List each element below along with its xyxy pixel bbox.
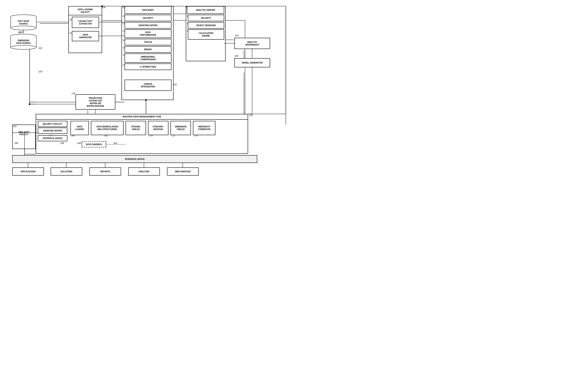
data-manipulation: DATA MANIPULATIONAND STRUCTURING [91,121,124,135]
data-harvester: DATAHARVESTER [72,31,99,41]
object-manager: OBJECT MANAGER [188,22,224,29]
granting-matrix-dm: GRANTING MATRIX [125,22,171,29]
ref-104: 104 [38,70,42,73]
security-facility: SECURITY FACILITY [38,121,67,127]
hierarchy-formation: HIERARCHYFORMATION [193,121,215,135]
reports: REPORTS [89,168,121,176]
web-services: WEB SERVICES [167,168,199,176]
interface-api-ui-bottom: INTERFACE (API/UI) [12,155,257,163]
svg-point-57 [29,103,30,105]
census-integration: CENSUSINTEGRATION [125,80,171,91]
similarity-facility-label: SIMILARITYFACILITY [13,128,35,138]
dimensional-compression: DIMENSIONALCOMPRESSION [125,53,171,63]
ref-164: 164 [113,142,117,144]
analytic-workbench: ANALYTICWORKBENCH [234,38,270,49]
data-mart: DATA MART [125,6,171,14]
data-loader: DATALOADER [70,121,89,135]
data-sandbox: DATA SANDBOX [82,141,106,148]
solutions: SOLUTIONS [51,168,82,176]
security-as: SECURITY [188,15,224,21]
ref-158: 158 [60,142,64,144]
data-loading-facility: DATA LOADINGFACILITY [68,6,102,15]
calculation-engine: CALCULATIONENGINE [188,29,224,40]
dimension-data-source-label: DIMENSIONDATA SOURCE [16,39,31,44]
ref-178: 178 [71,92,75,95]
fact-data-source: FACT DATASOURCE [10,14,37,31]
connector-key [23,30,23,33]
ref-148: 148 [234,55,238,57]
svg-point-28 [11,45,36,49]
ref-152: 152 [13,125,17,128]
model-generator: MODEL GENERATOR [234,58,270,67]
security-dm: SECURITY [125,15,171,21]
causal-fact-extractor: CAUSAL FACTEXTRACTOR [72,17,99,28]
synchronization: SYNCHRO-NIZATION [148,121,168,135]
granting-matrix-mdm: GRANTING MATRIX [38,128,67,134]
dimension-tables: DIMENSIONTABLES [170,121,191,135]
tuples: TUPLES [125,39,171,45]
binary: BINARY [125,46,171,53]
ref-102: 102 [38,47,42,49]
interface-api-ui-mdm: INTERFACE (API/UI) [38,135,67,141]
staging-tables: STAGINGTABLES [126,121,146,135]
key-label: KEY [18,31,23,34]
master-data-mgmt-hub: MASTER DATA MANAGEMENT HUB [36,114,248,120]
ref-132: 132 [173,83,177,86]
ref-150: 150 [249,114,253,116]
diagram: 100 ↘ FACT DATASOURCE KEY DIMENSIONDATA … [0,0,294,192]
analytic-server: ANALYTIC SERVER [187,6,224,14]
ref-180: 180 [14,142,18,144]
fact-data-source-label: FACT DATASOURCE [18,20,29,25]
ref-144: 144 [235,34,238,37]
applications: APPLICATIONS [12,168,44,176]
svg-point-23 [11,26,36,30]
analyses: ANALYSES [128,168,160,176]
projection-extractor: PROJECTIONEXTRACTORMATRIX DBMATRIX BUILD… [76,94,115,110]
dimension-data-source: DIMENSIONDATA SOURCE [10,34,37,50]
data-perturbation: DATAPERTURBATION [125,29,171,38]
c-bitmap-fake: C. BITMAP FAKE [125,64,171,70]
ref-108: 108 [102,6,105,9]
ref-168: 168 [77,142,81,144]
